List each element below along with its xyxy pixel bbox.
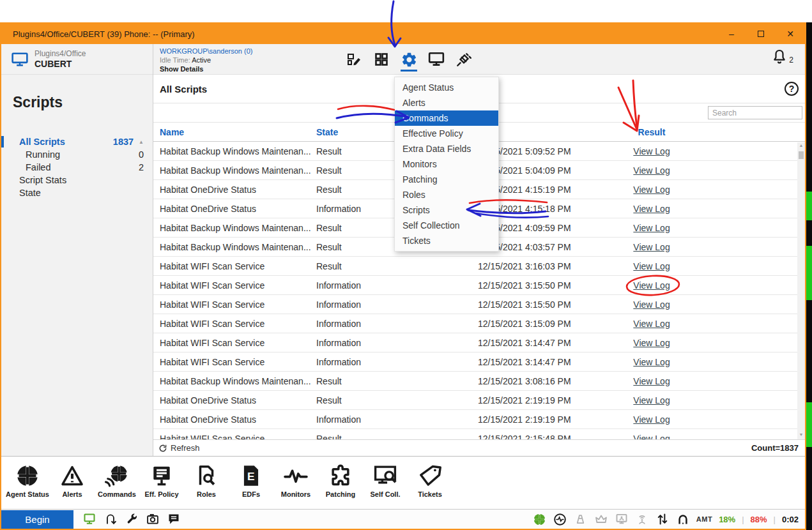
- table-row[interactable]: Habitat WIFI Scan Service Information 12…: [153, 276, 805, 295]
- view-log-link[interactable]: View Log: [633, 395, 670, 405]
- dropdown-menu-item[interactable]: Alerts: [395, 95, 498, 110]
- dropdown-menu-item[interactable]: Monitors: [395, 156, 498, 172]
- dropdown-menu-item[interactable]: Effective Policy: [395, 126, 498, 141]
- toolbar-commands[interactable]: Commands: [95, 462, 139, 498]
- view-log-link[interactable]: View Log: [633, 223, 670, 233]
- view-log-link[interactable]: View Log: [633, 376, 670, 386]
- begin-button[interactable]: Begin: [1, 510, 73, 529]
- dropdown-menu-item[interactable]: Patching: [395, 172, 498, 187]
- notifications[interactable]: 2: [772, 49, 793, 65]
- dropdown-menu-item[interactable]: Roles: [395, 187, 498, 202]
- maximize-button[interactable]: [746, 24, 776, 44]
- search-input[interactable]: [708, 106, 802, 119]
- monitor-user-icon[interactable]: [615, 512, 629, 526]
- remote-control-monitor-icon[interactable]: [82, 512, 96, 526]
- toolbar-tickets[interactable]: Tickets: [408, 462, 452, 498]
- column-header-result[interactable]: Result: [623, 127, 680, 137]
- view-log-link[interactable]: View Log: [633, 242, 670, 252]
- script-name: Habitat Backup Windows Maintenan...: [153, 242, 316, 252]
- uturn-arrow-icon[interactable]: [103, 512, 118, 526]
- toolbar-eff-policy[interactable]: Eff. Policy: [139, 462, 184, 498]
- table-row[interactable]: Habitat Backup Windows Maintenan... Resu…: [153, 372, 805, 391]
- table-row[interactable]: Habitat OneDrive Status Result 12/15/202…: [153, 391, 805, 410]
- window-titlebar[interactable]: Plugins4/Office/CUBERT (39) Phone: -- (P…: [1, 24, 805, 44]
- table-row[interactable]: Habitat WIFI Scan Service Information 12…: [153, 314, 805, 333]
- show-details-link[interactable]: Show Details: [160, 65, 252, 74]
- view-log-link[interactable]: View Log: [633, 146, 670, 156]
- table-row[interactable]: Habitat WIFI Scan Service Result 12/15/2…: [153, 429, 805, 439]
- view-log-link[interactable]: View Log: [633, 434, 670, 440]
- table-row[interactable]: Habitat OneDrive Status Information 12/1…: [153, 410, 805, 429]
- settings-gear-icon[interactable]: [400, 49, 418, 70]
- toolbar-edfs[interactable]: E EDFs: [229, 462, 273, 498]
- pulse-circle-icon[interactable]: [553, 512, 567, 526]
- sidebar-item[interactable]: Failed 2 ▲: [1, 161, 153, 174]
- sidebar-item[interactable]: State ▲: [1, 186, 153, 199]
- view-log-link[interactable]: View Log: [633, 299, 670, 310]
- antenna-icon[interactable]: [635, 512, 649, 526]
- column-header-name[interactable]: Name: [153, 127, 316, 137]
- target-green-icon[interactable]: [533, 512, 547, 526]
- view-log-link[interactable]: View Log: [633, 204, 670, 214]
- scroll-down-icon[interactable]: ▼: [799, 432, 804, 439]
- disconnect-plug-icon[interactable]: [455, 49, 473, 70]
- view-log-link[interactable]: View Log: [633, 319, 670, 329]
- toolbar-self-coll[interactable]: Self Coll.: [363, 462, 408, 498]
- machine-group: Plugins4/Office: [34, 49, 86, 58]
- close-button[interactable]: ✕: [776, 24, 805, 44]
- chat-icon[interactable]: [167, 512, 181, 526]
- cone-icon[interactable]: [574, 512, 588, 526]
- refresh-button[interactable]: Refresh: [158, 443, 200, 453]
- updown-arrows-icon[interactable]: [655, 512, 670, 526]
- view-log-link[interactable]: View Log: [633, 165, 670, 176]
- dropdown-menu-item[interactable]: Self Collection: [395, 218, 498, 233]
- table-row[interactable]: Habitat WIFI Scan Service Result 12/15/2…: [153, 257, 805, 276]
- scroll-up-icon[interactable]: ▲: [799, 142, 804, 150]
- minimize-button[interactable]: –: [717, 24, 746, 44]
- dropdown-menu-item[interactable]: Scripts: [395, 202, 498, 218]
- magnet-icon[interactable]: [676, 512, 690, 526]
- apps-grid-icon[interactable]: [372, 49, 390, 70]
- sidebar-item-count: 1837: [113, 137, 134, 147]
- script-name: Habitat OneDrive Status: [153, 185, 316, 195]
- table-row[interactable]: Habitat WIFI Scan Service Information 12…: [153, 333, 805, 352]
- script-name: Habitat Backup Windows Maintenan...: [153, 165, 316, 176]
- script-state: Information: [316, 319, 473, 329]
- toolbar-roles[interactable]: Roles: [184, 462, 229, 498]
- dropdown-menu-item[interactable]: Extra Data Fields: [395, 141, 498, 156]
- table-row[interactable]: Habitat WIFI Scan Service Information 12…: [153, 295, 805, 314]
- dropdown-menu-item[interactable]: Commands: [395, 110, 498, 126]
- dropdown-menu-item[interactable]: Tickets: [395, 233, 498, 248]
- view-log-link[interactable]: View Log: [633, 357, 670, 367]
- view-log-link[interactable]: View Log: [633, 185, 670, 195]
- sidebar-item-label: Failed: [26, 162, 51, 172]
- view-log-link[interactable]: View Log: [633, 338, 670, 348]
- session-timer: 0:02: [782, 515, 799, 524]
- sidebar-item[interactable]: Script Stats ▲: [1, 174, 153, 186]
- dropdown-menu-item[interactable]: Agent Status: [395, 80, 498, 95]
- toolbar-agent-status[interactable]: Agent Status: [5, 462, 50, 498]
- module-toolbar: Agent Status Alerts Commands Eff. Policy: [1, 456, 805, 509]
- edfs-icon: E: [239, 462, 263, 489]
- sidebar-item[interactable]: All Scripts 1837 ▲: [1, 135, 153, 148]
- sidebar-item[interactable]: Running 0 ▲: [1, 148, 153, 161]
- toolbar-alerts[interactable]: Alerts: [50, 462, 95, 498]
- scrollbar-thumb[interactable]: [799, 151, 804, 159]
- camera-icon[interactable]: [146, 512, 160, 526]
- background-strip: [806, 22, 812, 530]
- script-state: Result: [316, 395, 473, 405]
- toolbar-monitors[interactable]: Monitors: [273, 462, 318, 498]
- view-log-link[interactable]: View Log: [633, 414, 670, 425]
- help-icon[interactable]: ?: [785, 82, 799, 96]
- statusbar-right-icons: AMT 18% | 88% | 0:02: [533, 512, 799, 526]
- toolbar-patching[interactable]: Patching: [318, 462, 363, 498]
- view-log-link[interactable]: View Log: [633, 261, 670, 271]
- script-editor-icon[interactable]: [345, 49, 363, 70]
- script-state: Information: [316, 338, 473, 348]
- wrench-icon[interactable]: [125, 512, 139, 526]
- crown-icon[interactable]: [594, 512, 608, 526]
- view-log-link[interactable]: View Log: [633, 280, 670, 291]
- vertical-scrollbar[interactable]: ▲ ▼: [797, 142, 805, 439]
- table-row[interactable]: Habitat WIFI Scan Service Information 12…: [153, 352, 805, 372]
- remote-desktop-icon[interactable]: [427, 49, 445, 70]
